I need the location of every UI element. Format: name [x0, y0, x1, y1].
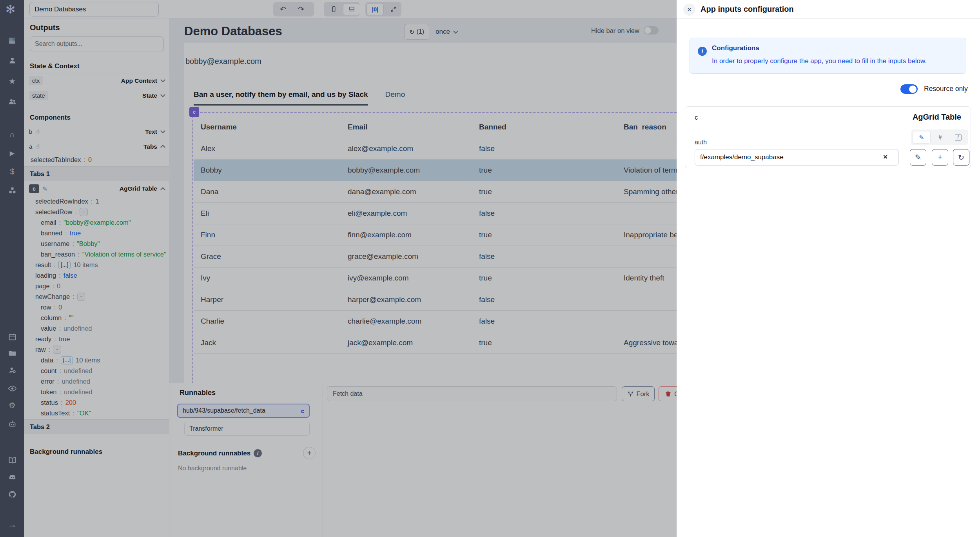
pencil-icon: ✎	[919, 134, 924, 141]
clear-input-icon[interactable]: ×	[883, 153, 887, 161]
component-type: AgGrid Table	[913, 113, 961, 122]
resource-only-row: Resource only	[677, 84, 980, 95]
component-id: c	[695, 114, 698, 122]
pencil-icon: ✎	[915, 153, 921, 162]
app-editor-window: ✻ ▦ ★ ⌂ ▶ $ ⚙ →	[0, 0, 980, 537]
plus-icon: +	[938, 153, 942, 162]
drawer-header: × App inputs configuration	[677, 0, 980, 19]
refresh-resource-button[interactable]: ↻	[953, 149, 969, 166]
drawer-backdrop[interactable]	[0, 0, 677, 537]
function-icon: f	[955, 134, 962, 141]
resource-only-label: Resource only	[924, 85, 968, 93]
plug-icon	[937, 134, 944, 141]
add-resource-button[interactable]: +	[932, 149, 948, 166]
info-icon: i	[698, 47, 707, 56]
refresh-icon: ↻	[958, 153, 964, 162]
close-icon[interactable]: ×	[683, 4, 695, 16]
edit-resource-button[interactable]: ✎	[910, 149, 926, 166]
configurations-alert: i Configurations In order to properly co…	[690, 38, 966, 74]
input-mode-segmented: ✎ f	[911, 129, 968, 145]
static-mode-button[interactable]: ✎	[913, 131, 931, 144]
alert-title: Configurations	[712, 44, 759, 52]
eval-mode-button[interactable]: f	[949, 131, 967, 144]
input-config-card: c AgGrid Table auth ✎ f × ✎ + ↻	[685, 106, 971, 168]
connect-mode-button[interactable]	[931, 131, 949, 144]
resource-only-toggle[interactable]	[900, 84, 918, 94]
alert-body: In order to properly configure the app, …	[712, 57, 927, 65]
auth-resource-input[interactable]	[695, 149, 899, 166]
app-inputs-drawer: × App inputs configuration i Configurati…	[677, 0, 980, 537]
field-label: auth	[695, 139, 707, 146]
drawer-title: App inputs configuration	[701, 5, 794, 14]
